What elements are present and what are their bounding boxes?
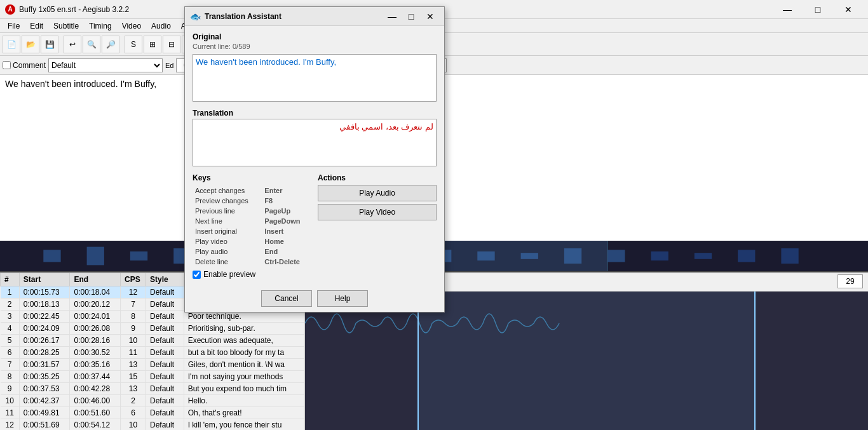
cell-end: 0:00:51.60 xyxy=(70,406,121,419)
close-button[interactable]: ✕ xyxy=(834,0,863,19)
cell-style: Default xyxy=(146,346,184,358)
menu-edit[interactable]: Edit xyxy=(25,20,48,32)
play-video-button[interactable]: Play Video xyxy=(318,204,437,220)
cell-cps: 12 xyxy=(121,286,146,298)
toolbar-grid2[interactable]: ⊟ xyxy=(163,36,180,53)
style-select[interactable]: Default xyxy=(48,58,163,72)
cell-num: 1 xyxy=(1,286,20,298)
keys-section: Keys Accept changes Enter Preview change… xyxy=(193,173,311,267)
cell-style: Default xyxy=(146,322,184,334)
key-value: PageDown xyxy=(263,217,310,225)
cell-end: 0:00:30.52 xyxy=(70,346,121,358)
cell-style: Default xyxy=(146,310,184,322)
enable-preview-checkbox[interactable] xyxy=(193,271,201,279)
table-row[interactable]: 8 0:00:35.25 0:00:37.44 15 Default I'm n… xyxy=(1,370,304,382)
table-row[interactable]: 10 0:00:42.37 0:00:46.00 2 Default Hello… xyxy=(1,394,304,406)
comment-label: Comment xyxy=(13,61,46,70)
keys-title: Keys xyxy=(193,173,311,182)
menu-subtitle[interactable]: Subtitle xyxy=(48,20,84,32)
cell-text: But you expend too much tim xyxy=(184,382,304,394)
dialog-body: Original Current line: 0/589 Translation… xyxy=(185,26,444,285)
col-cps: CPS xyxy=(121,272,146,286)
cell-text: but a bit too bloody for my ta xyxy=(184,346,304,358)
comment-checkbox-label[interactable]: Comment xyxy=(3,61,46,70)
table-row[interactable]: 5 0:00:26.17 0:00:28.16 10 Default Execu… xyxy=(1,334,304,346)
toolbar-open[interactable]: 📂 xyxy=(22,36,39,53)
key-row: Preview changes F8 xyxy=(194,196,310,205)
key-value: End xyxy=(263,247,310,256)
minimize-button[interactable]: — xyxy=(773,0,802,19)
dialog-close[interactable]: ✕ xyxy=(421,10,439,24)
dialog-maximize[interactable]: □ xyxy=(402,10,420,24)
original-textarea[interactable] xyxy=(193,54,437,102)
key-value: Ctrl-Delete xyxy=(263,257,310,266)
cell-start: 0:00:26.17 xyxy=(19,334,70,346)
table-row[interactable]: 11 0:00:49.81 0:00:51.60 6 Default Oh, t… xyxy=(1,406,304,419)
dialog-minimize[interactable]: — xyxy=(383,10,401,24)
toolbar-find2[interactable]: 🔎 xyxy=(102,36,119,53)
cell-num: 7 xyxy=(1,358,20,370)
frame-num-input[interactable] xyxy=(837,274,863,288)
current-line: Current line: 0/589 xyxy=(193,43,437,50)
cell-num: 10 xyxy=(1,394,20,406)
app-icon: A xyxy=(5,4,15,15)
menu-audio[interactable]: Audio xyxy=(146,20,176,32)
table-row[interactable]: 7 0:00:31.57 0:00:35.16 13 Default Giles… xyxy=(1,358,304,370)
toolbar-style[interactable]: S xyxy=(125,36,142,53)
toolbar-save[interactable]: 💾 xyxy=(41,36,58,53)
cell-end: 0:00:28.16 xyxy=(70,334,121,346)
translation-assistant-dialog[interactable]: 🐟 Translation Assistant — □ ✕ Original C… xyxy=(184,6,445,312)
table-row[interactable]: 6 0:00:28.25 0:00:30.52 11 Default but a… xyxy=(1,346,304,358)
menu-file[interactable]: File xyxy=(3,20,25,32)
key-label: Play audio xyxy=(194,247,262,256)
dialog-icon: 🐟 xyxy=(190,11,201,22)
svg-rect-5 xyxy=(130,251,147,260)
comment-checkbox[interactable] xyxy=(3,61,11,69)
toolbar-undo[interactable]: ↩ xyxy=(64,36,81,53)
help-button[interactable]: Help xyxy=(317,290,368,307)
col-style: Style xyxy=(146,272,184,286)
translation-textarea[interactable] xyxy=(193,119,437,166)
cell-cps: 13 xyxy=(121,358,146,370)
cell-text: Giles, don't mention it. \N wa xyxy=(184,358,304,370)
subtitle-text-display: We haven't been introduced. I'm Buffy, xyxy=(5,79,156,89)
cell-text: Hello. xyxy=(184,394,304,406)
table-row[interactable]: 4 0:00:24.09 0:00:26.08 9 Default Priori… xyxy=(1,322,304,334)
table-row[interactable]: 9 0:00:37.53 0:00:42.28 13 Default But y… xyxy=(1,382,304,394)
cell-num: 11 xyxy=(1,406,20,419)
cell-end: 0:00:35.16 xyxy=(70,358,121,370)
menu-timing[interactable]: Timing xyxy=(84,20,117,32)
key-row: Insert original Insert xyxy=(194,227,310,236)
maximize-button[interactable]: □ xyxy=(803,0,832,19)
cell-cps: 2 xyxy=(121,394,146,406)
enable-preview-label[interactable]: Enable preview xyxy=(203,270,255,279)
key-value: Home xyxy=(263,237,310,246)
cell-num: 12 xyxy=(1,419,20,430)
enable-preview-row: Enable preview xyxy=(193,270,437,279)
table-row[interactable]: 12 0:00:51.69 0:00:54.12 10 Default I ki… xyxy=(1,419,304,430)
cancel-button[interactable]: Cancel xyxy=(261,290,312,307)
svg-rect-3 xyxy=(43,250,60,262)
cell-start: 0:00:31.57 xyxy=(19,358,70,370)
play-audio-button[interactable]: Play Audio xyxy=(318,185,437,201)
menu-video[interactable]: Video xyxy=(117,20,146,32)
keys-table: Accept changes Enter Preview changes F8 … xyxy=(193,185,311,267)
dialog-titlebar: 🐟 Translation Assistant — □ ✕ xyxy=(185,7,444,26)
toolbar-new[interactable]: 📄 xyxy=(3,36,20,53)
key-label: Previous line xyxy=(194,206,262,215)
key-label: Insert original xyxy=(194,227,262,236)
toolbar-find[interactable]: 🔍 xyxy=(83,36,100,53)
svg-rect-18 xyxy=(695,253,712,259)
cell-cps: 8 xyxy=(121,310,146,322)
svg-rect-17 xyxy=(651,251,668,260)
cell-start: 0:00:42.37 xyxy=(19,394,70,406)
dialog-footer: Cancel Help xyxy=(185,285,444,312)
window-controls: — □ ✕ xyxy=(773,0,863,19)
original-label: Original xyxy=(193,32,437,41)
cell-style: Default xyxy=(146,286,184,298)
cell-start: 0:00:37.53 xyxy=(19,382,70,394)
toolbar-grid1[interactable]: ⊞ xyxy=(144,36,161,53)
cell-style: Default xyxy=(146,370,184,382)
svg-rect-19 xyxy=(738,250,755,262)
cell-end: 0:00:37.44 xyxy=(70,370,121,382)
